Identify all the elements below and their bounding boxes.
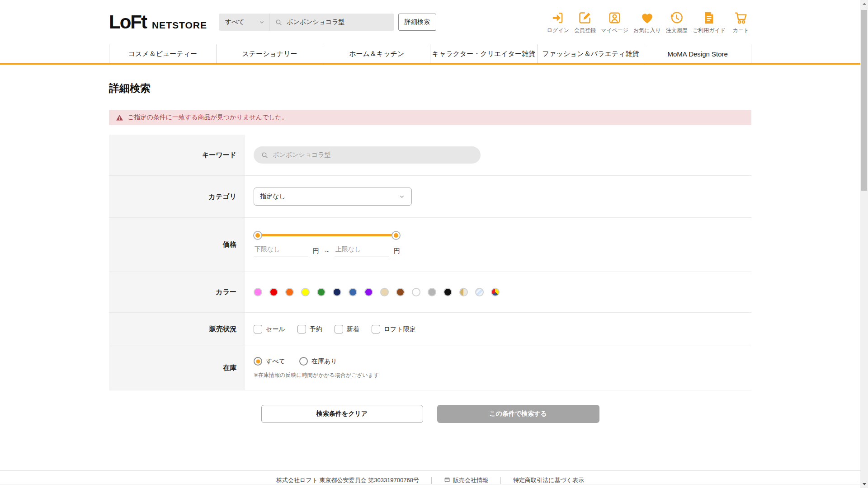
footer-link-label: 販売会社情報 — [453, 476, 488, 484]
utility-item-mypage[interactable]: マイページ — [601, 10, 628, 34]
footer-company-text: 株式会社ロフト 東京都公安委員会 第303319700768号 — [276, 476, 419, 484]
utility-item-label: 注文履歴 — [666, 27, 688, 34]
color-swatch-black[interactable] — [443, 288, 452, 296]
stock-label: 在庫 — [109, 346, 245, 390]
keyword-input[interactable]: ボンボンショコラ型 — [254, 146, 481, 164]
slider-track[interactable] — [259, 234, 394, 236]
color-swatch-blue[interactable] — [349, 288, 357, 296]
nav-bar: コスメ＆ビューティーステーショナリーホーム＆キッチンキャラクター・クリエイター雑… — [0, 44, 860, 65]
price-unit-label: 円 — [394, 247, 400, 255]
slider-handle-max[interactable] — [392, 232, 400, 239]
login-icon — [551, 10, 566, 25]
color-swatch-green[interactable] — [317, 288, 326, 296]
checkbox-label: ロフト限定 — [384, 325, 416, 333]
clear-conditions-button[interactable]: 検索条件をクリア — [261, 405, 423, 423]
detail-search-button[interactable]: 詳細検索 — [398, 14, 436, 31]
nav-item[interactable]: ファッション＆バラエティ雑貨 — [537, 44, 644, 63]
header: LoFt NETSTORE すべて ボンボンショコラ型 詳細検索 ログイン会員登… — [109, 0, 751, 44]
checkbox[interactable] — [335, 325, 343, 333]
no-results-alert: ご指定の条件に一致する商品が見つかりませんでした。 — [109, 110, 751, 125]
checkbox[interactable] — [297, 325, 306, 333]
footer-link[interactable]: 特定商取引法に基づく表示 — [513, 476, 584, 484]
search-icon — [275, 19, 283, 26]
utility-item-register[interactable]: 会員登録 — [574, 10, 596, 34]
color-swatch-orange[interactable] — [285, 288, 294, 296]
keyword-value: ボンボンショコラ型 — [273, 151, 331, 159]
search-category-select[interactable]: すべて — [219, 14, 269, 31]
checkbox-label: セール — [266, 325, 285, 333]
color-swatch-purple[interactable] — [364, 288, 373, 296]
color-swatch-yellow[interactable] — [301, 288, 310, 296]
guide-icon — [702, 10, 717, 25]
search-input[interactable]: ボンボンショコラ型 — [269, 18, 394, 26]
search-icon — [261, 151, 269, 159]
sales-option-0[interactable]: セール — [254, 325, 285, 333]
scrollbar[interactable] — [860, 0, 868, 488]
checkbox[interactable] — [372, 325, 380, 333]
search-group: すべて ボンボンショコラ型 — [219, 14, 394, 31]
color-swatch-pink[interactable] — [254, 288, 262, 296]
stock-options: すべて在庫あり — [254, 357, 337, 366]
utility-item-cart[interactable]: カート — [731, 10, 751, 34]
nav-item[interactable]: キャラクター・クリエイター雑貨 — [430, 44, 537, 63]
color-swatch-gold-silver[interactable] — [459, 288, 468, 296]
category-value: 指定なし — [260, 192, 286, 201]
price-min-input[interactable]: 下限なし — [254, 245, 308, 257]
color-swatch-gray[interactable] — [428, 288, 436, 296]
page-title: 詳細検索 — [109, 81, 751, 95]
stock-option-1[interactable]: 在庫あり — [299, 357, 337, 366]
footer-link-label: 特定商取引法に基づく表示 — [513, 476, 584, 484]
sales-status-label: 販売状況 — [109, 313, 245, 346]
color-swatch-multicolor[interactable] — [491, 288, 500, 296]
radio-button[interactable] — [299, 357, 308, 366]
nav-item[interactable]: ホーム＆キッチン — [323, 44, 430, 63]
main-nav: コスメ＆ビューティーステーショナリーホーム＆キッチンキャラクター・クリエイター雑… — [109, 44, 751, 63]
utility-item-label: カート — [733, 27, 750, 34]
slider-handle-min[interactable] — [254, 232, 261, 239]
color-swatch-white[interactable] — [412, 288, 420, 296]
mypage-icon — [607, 10, 622, 25]
advanced-search-form: キーワード ボンボンショコラ型 カテゴリ 指定なし — [109, 135, 751, 390]
color-swatch-navy[interactable] — [333, 288, 341, 296]
radio-button[interactable] — [254, 357, 262, 366]
utility-item-guide[interactable]: ご利用ガイド — [693, 10, 726, 34]
color-swatch-brown[interactable] — [396, 288, 405, 296]
radio-label: 在庫あり — [311, 357, 337, 366]
footer-separator — [500, 477, 501, 484]
nav-item[interactable]: コスメ＆ビューティー — [109, 44, 216, 63]
category-select[interactable]: 指定なし — [254, 188, 412, 206]
search-submit-button[interactable]: この条件で検索する — [437, 405, 599, 423]
heart-icon — [640, 10, 655, 25]
utility-item-label: お気に入り — [633, 27, 661, 34]
sales-option-3[interactable]: ロフト限定 — [372, 325, 416, 333]
checkbox[interactable] — [254, 325, 262, 333]
category-label: カテゴリ — [109, 176, 245, 217]
color-swatch-red[interactable] — [269, 288, 278, 296]
checkbox-label: 新着 — [347, 325, 359, 333]
nav-item[interactable]: MoMA Design Store — [644, 44, 751, 63]
warning-icon — [116, 114, 123, 122]
stock-option-0[interactable]: すべて — [254, 357, 285, 366]
nav-item[interactable]: ステーショナリー — [216, 44, 323, 63]
keyword-label: キーワード — [109, 135, 245, 175]
price-unit-label: 円 — [313, 247, 319, 255]
price-max-input[interactable]: 上限なし — [335, 245, 389, 257]
window-icon — [444, 477, 450, 484]
sales-option-1[interactable]: 予約 — [297, 325, 322, 333]
color-swatch-clear[interactable] — [475, 288, 484, 296]
footer-link[interactable]: 販売会社情報 — [444, 476, 488, 484]
scroll-down-button[interactable] — [860, 480, 868, 488]
scrollbar-thumb[interactable] — [861, 10, 867, 191]
footer: 株式会社ロフト 東京都公安委員会 第303319700768号 販売会社情報特定… — [0, 470, 860, 488]
logo-loft-text: LoFt — [109, 13, 146, 32]
category-row: カテゴリ 指定なし — [109, 176, 751, 218]
utility-item-order-history[interactable]: 注文履歴 — [666, 10, 688, 34]
register-icon — [577, 10, 592, 25]
loft-logo[interactable]: LoFt NETSTORE — [109, 13, 207, 32]
color-swatch-beige[interactable] — [380, 288, 389, 296]
utility-item-favorites[interactable]: お気に入り — [633, 10, 661, 34]
scroll-up-button[interactable] — [860, 0, 868, 8]
sales-option-2[interactable]: 新着 — [335, 325, 359, 333]
radio-label: すべて — [266, 357, 285, 366]
utility-item-login[interactable]: ログイン — [547, 10, 569, 34]
